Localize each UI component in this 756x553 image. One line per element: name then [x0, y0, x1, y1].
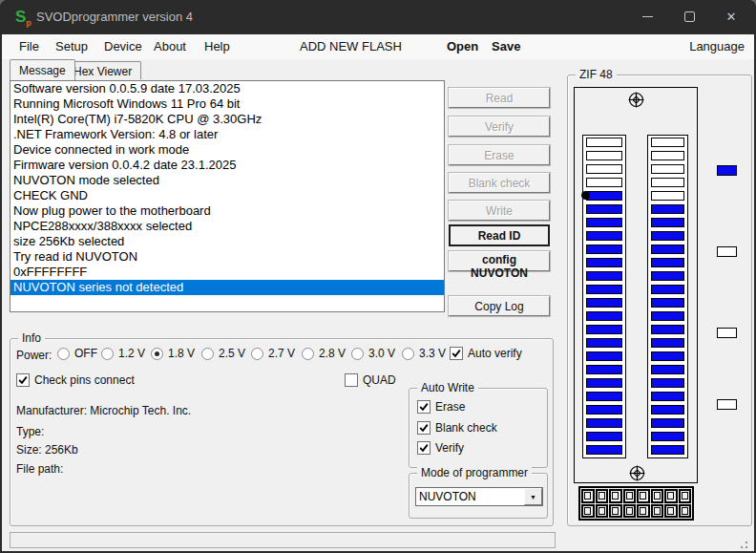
menu-item-file[interactable]: File — [19, 39, 39, 53]
window-title: SVODprogrammer version 4 — [36, 10, 193, 24]
power-radio-off[interactable]: OFF — [57, 347, 97, 360]
power-radio-3-0-v[interactable]: 3.0 V — [351, 347, 395, 360]
log-line[interactable]: 0xFFFFFFFF — [10, 265, 444, 280]
main-area: MessageHex Viewer Software version 0.0.5… — [2, 59, 754, 551]
checkbox-label: Verify — [435, 441, 464, 455]
close-button[interactable]: ✕ — [710, 0, 752, 32]
menu-item-open[interactable]: Open — [447, 39, 478, 53]
message-log[interactable]: Software version 0.0.5.9 date 17.03.2025… — [10, 80, 445, 312]
auto-write-blank-check-checkbox[interactable]: Blank check — [417, 421, 497, 435]
log-line[interactable]: NUVOTON series not detected — [10, 280, 444, 295]
menu-item-about[interactable]: About — [154, 39, 186, 53]
log-line[interactable]: size 256Kb selected — [10, 234, 444, 249]
log-line[interactable]: Running Microsoft Windows 11 Pro 64 bit — [10, 96, 444, 112]
minimize-button[interactable] — [626, 0, 668, 32]
minimize-icon — [642, 16, 653, 17]
menu-item-setup[interactable]: Setup — [55, 39, 88, 53]
radio-icon — [302, 348, 314, 360]
zif-indicator-filled — [717, 165, 737, 176]
connector-cell — [637, 504, 650, 519]
menu-item-device[interactable]: Device — [104, 39, 142, 53]
connector-cell-inner — [654, 507, 661, 515]
verify-button: Verify — [449, 117, 550, 137]
connector-cell-inner — [584, 492, 591, 500]
zif-pin-slot — [651, 151, 684, 160]
log-line[interactable]: Software version 0.0.5.9 date 17.03.2025 — [10, 81, 444, 96]
radio-icon — [101, 348, 114, 360]
zif-pin-slot — [586, 151, 622, 160]
zif-pin-slot — [586, 218, 622, 227]
tab-message[interactable]: Message — [10, 59, 75, 80]
tab-hex-viewer[interactable]: Hex Viewer — [64, 61, 141, 79]
maximize-icon — [684, 11, 695, 22]
zif-pin-slot — [586, 418, 622, 428]
maximize-button[interactable] — [668, 0, 710, 32]
auto-verify-checkbox[interactable]: Auto verify — [450, 347, 522, 360]
info-group: Info Power: OFF1.2 V1.8 V2.5 V2.7 V2.8 V… — [10, 338, 554, 526]
resize-grip-icon[interactable] — [737, 538, 748, 549]
log-line[interactable]: NUVOTON mode selected — [10, 173, 444, 188]
auto-write-verify-checkbox[interactable]: Verify — [417, 441, 464, 455]
power-radio-label: OFF — [74, 347, 97, 360]
zif-pin-slot — [651, 138, 684, 147]
zif-pin-slot — [586, 298, 622, 308]
log-line[interactable]: Intel(R) Core(TM) i7-5820K CPU @ 3.30GHz — [10, 112, 444, 127]
power-radio-2-8-v[interactable]: 2.8 V — [302, 347, 346, 360]
zif-indicator-empty — [717, 246, 737, 257]
power-radio-1-2-v[interactable]: 1.2 V — [101, 347, 145, 360]
info-field-1: Type: — [16, 425, 44, 438]
zif-group-title: ZIF 48 — [576, 68, 617, 81]
config-nuvoton-button[interactable]: config NUVOTON — [449, 251, 550, 271]
chevron-down-icon[interactable]: ▼ — [524, 488, 542, 505]
quad-checkbox[interactable]: QUAD — [345, 373, 396, 387]
alignment-mark-bottom-icon — [628, 464, 646, 482]
read-id-button[interactable]: Read ID — [449, 224, 550, 246]
zif-pin-slot — [651, 392, 684, 401]
power-radio-2-7-v[interactable]: 2.7 V — [251, 347, 295, 360]
connector-cell-inner — [612, 492, 619, 500]
zif-pin-column-right — [647, 135, 688, 458]
log-line[interactable]: CHECK GND — [10, 188, 444, 203]
menu-item-help[interactable]: Help — [204, 39, 230, 53]
log-line[interactable]: NPCE288xxxx/388xxxx selected — [10, 219, 444, 234]
zif-pin-slot — [586, 378, 622, 388]
zif-pin-slot — [586, 285, 622, 294]
menu-item-save[interactable]: Save — [492, 39, 520, 53]
zif-pin-slot — [586, 405, 622, 415]
zif-pin-slot — [651, 285, 684, 294]
connector-cell — [581, 504, 595, 519]
menu-item-add-new-flash[interactable]: ADD NEW FLASH — [300, 39, 402, 53]
check-pins-connect-checkbox[interactable]: Check pins connect — [16, 373, 135, 387]
zif-bottom-connector — [578, 486, 694, 521]
auto-write-erase-checkbox[interactable]: Erase — [417, 400, 465, 414]
connector-cell — [651, 489, 664, 503]
menu-item-language[interactable]: Language — [689, 39, 745, 53]
checkbox-icon — [417, 441, 430, 455]
zif-pin-slot — [586, 164, 622, 174]
power-radio-3-3-v[interactable]: 3.3 V — [402, 347, 446, 360]
checkbox-icon — [417, 421, 430, 435]
log-line[interactable]: Try read id NUVOTON — [10, 249, 444, 265]
zif-pin-slot — [586, 204, 622, 214]
power-radio-2-5-v[interactable]: 2.5 V — [201, 347, 245, 360]
power-radio-1-8-v[interactable]: 1.8 V — [151, 347, 195, 360]
power-radio-label: 2.8 V — [319, 347, 346, 360]
log-line[interactable]: Device connected in work mode — [10, 142, 444, 158]
zif-pin-slot — [651, 218, 684, 227]
zif-pin-slot — [651, 351, 684, 361]
mode-combobox[interactable]: NUVOTON ▼ — [415, 487, 543, 506]
log-line[interactable]: Firmware version 0.0.4.2 date 23.1.2025 — [10, 158, 444, 173]
info-field-0: Manufacturer: Microchip Tech. Inc. — [16, 404, 191, 417]
zif-pin-slot — [651, 338, 684, 348]
log-line[interactable]: .NET Framework Version: 4.8 or later — [10, 127, 444, 142]
zif-group: ZIF 48 — [567, 74, 752, 526]
checkbox-icon — [450, 347, 463, 360]
log-line[interactable]: Now plug power to the motherboard — [10, 203, 444, 219]
copy-log-button[interactable]: Copy Log — [449, 296, 550, 316]
zif-pin-slot — [651, 271, 684, 281]
connector-cell-inner — [612, 507, 619, 515]
pin1-marker-icon — [581, 191, 590, 200]
checkbox-icon — [345, 373, 358, 387]
radio-icon — [151, 348, 163, 360]
zif-pin-slot — [586, 178, 622, 187]
